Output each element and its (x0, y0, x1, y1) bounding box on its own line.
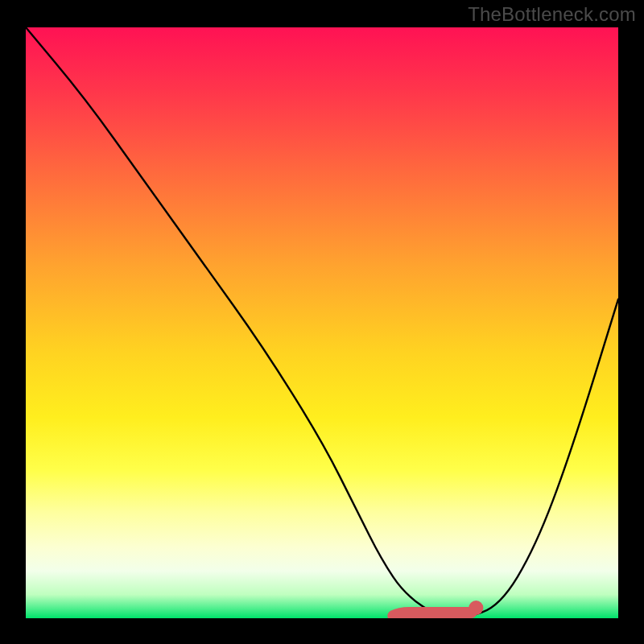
minimum-marker-segment (393, 613, 471, 616)
minimum-marker-dot (469, 601, 483, 615)
watermark-text: TheBottleneck.com (468, 3, 636, 26)
plot-area (26, 27, 618, 618)
curve-svg (26, 27, 618, 618)
chart-frame: TheBottleneck.com (0, 0, 644, 644)
bottleneck-curve (26, 27, 618, 618)
